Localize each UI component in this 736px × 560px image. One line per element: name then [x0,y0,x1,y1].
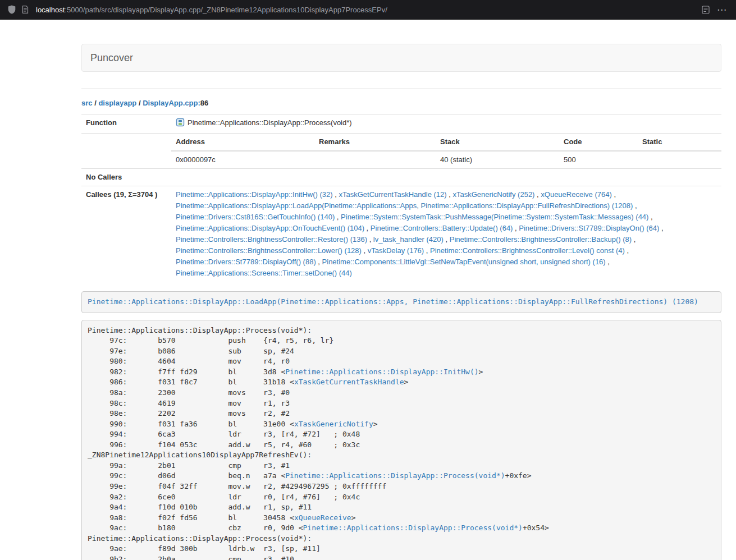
breadcrumb-link[interactable]: DisplayApp.cpp: [143,99,200,107]
no-callers-value [171,169,721,186]
app-title[interactable]: Puncover [90,52,133,64]
callee-link[interactable]: Pinetime::Drivers::St7789::DisplayOn() (… [519,224,659,232]
asm-symbol-link[interactable]: xQueueReceive [294,513,351,522]
callees-label: Callees (19, Σ=3704 ) [81,186,171,282]
callees-list: Pinetime::Applications::DisplayApp::Init… [171,186,721,282]
stats-header-row: AddressRemarksStackCodeStatic [171,134,721,151]
url-bar[interactable]: localhost:5000/path/src/displayapp/Displ… [36,6,696,14]
stats-header-code: Code [559,134,638,151]
callee-link[interactable]: vTaskDelay (176) [368,246,424,255]
callee-link[interactable]: xQueueReceive (764) [541,190,611,199]
function-table: Function Pinetime::Applications::Display… [81,114,721,282]
callee-link[interactable]: Pinetime::Drivers::Cst816S::GetTouchInfo… [176,213,335,221]
stats-header-stack: Stack [436,134,559,151]
stats-value [638,151,721,168]
callee-link[interactable]: Pinetime::Drivers::St7789::DisplayOff() … [176,258,316,266]
callee-link[interactable]: Pinetime::Applications::DisplayApp::OnTo… [176,224,364,232]
callee-link[interactable]: xTaskGetCurrentTaskHandle (12) [339,190,446,199]
stats-value-row: 0x0000097c40 (static)500 [171,151,721,168]
callee-link[interactable]: lv_task_handler (420) [373,235,444,244]
asm-symbol-link[interactable]: Pinetime::Applications::DisplayApp::Init… [285,368,478,376]
snippet-link[interactable]: Pinetime::Applications::DisplayApp::Load… [88,297,698,306]
page-icon[interactable] [22,6,29,13]
stats-header-static: Static [638,134,721,151]
callee-link[interactable]: Pinetime::Applications::DisplayApp::Load… [176,201,633,210]
callees-row: Callees (19, Σ=3704 ) Pinetime::Applicat… [81,186,721,282]
callee-link[interactable]: Pinetime::Controllers::BrightnessControl… [176,235,367,244]
callee-link[interactable]: Pinetime::Controllers::BrightnessControl… [450,235,632,244]
callee-link[interactable]: Pinetime::Components::LittleVgl::SetNewT… [322,258,606,266]
stats-value: 40 (static) [436,151,559,168]
function-name-cell: Pinetime::Applications::DisplayApp::Proc… [171,114,721,134]
stats-value: 0x0000097c [171,151,314,168]
no-callers-label: No Callers [81,169,171,186]
shield-icon[interactable] [8,5,16,14]
function-name: Pinetime::Applications::DisplayApp::Proc… [188,118,352,127]
stats-cell: AddressRemarksStackCodeStatic 0x0000097c… [171,134,721,169]
overflow-menu-icon[interactable]: ⋯ [716,5,728,15]
callee-link[interactable]: Pinetime::Controllers::BrightnessControl… [430,246,625,255]
breadcrumb-link[interactable]: src [81,99,93,107]
url-path: :5000/path/src/displayapp/DisplayApp.cpp… [65,6,387,14]
asm-symbol-link[interactable]: xTaskGenericNotify [294,420,373,428]
callee-link[interactable]: Pinetime::Controllers::Battery::Update()… [371,224,513,232]
content: Puncover src / displayapp / DisplayApp.c… [73,44,730,560]
stats-row-label [81,134,171,169]
stats-value [314,151,436,168]
divider [81,88,721,89]
asm-symbol-link[interactable]: xTaskGetCurrentTaskHandle [294,378,404,386]
disassembly-pre: Pinetime::Applications::DisplayApp::Proc… [81,320,721,560]
breadcrumb: src / displayapp / DisplayApp.cpp:86 [81,99,721,107]
callee-link[interactable]: Pinetime::Applications::DisplayApp::Init… [176,190,333,199]
stats-header-address: Address [171,134,314,151]
reader-view-icon[interactable] [702,6,710,14]
stats-header-remarks: Remarks [314,134,436,151]
no-callers-row: No Callers [81,169,721,186]
function-row: Function Pinetime::Applications::Display… [81,114,721,134]
stats-value: 500 [559,151,638,168]
callee-link[interactable]: Pinetime::Controllers::BrightnessControl… [176,246,362,255]
breadcrumb-line-number: 86 [200,99,208,107]
stats-row: AddressRemarksStackCodeStatic 0x0000097c… [81,134,721,169]
function-icon [176,118,185,130]
browser-toolbar: localhost:5000/path/src/displayapp/Displ… [0,0,736,20]
asm-symbol-link[interactable]: Pinetime::Applications::DisplayApp::Proc… [285,471,505,480]
url-host: localhost [36,6,65,14]
callee-link[interactable]: xTaskGenericNotify (252) [453,190,535,199]
app-header: Puncover [81,44,721,72]
snippet-pre: Pinetime::Applications::DisplayApp::Load… [81,291,721,313]
function-label: Function [81,114,171,134]
breadcrumb-link[interactable]: displayapp [98,99,136,107]
asm-symbol-link[interactable]: Pinetime::Applications::DisplayApp::Proc… [303,524,523,532]
stats-table: AddressRemarksStackCodeStatic 0x0000097c… [171,134,721,168]
callee-link[interactable]: Pinetime::System::SystemTask::PushMessag… [341,213,648,221]
callee-link[interactable]: Pinetime::Applications::Screens::Timer::… [176,269,352,277]
